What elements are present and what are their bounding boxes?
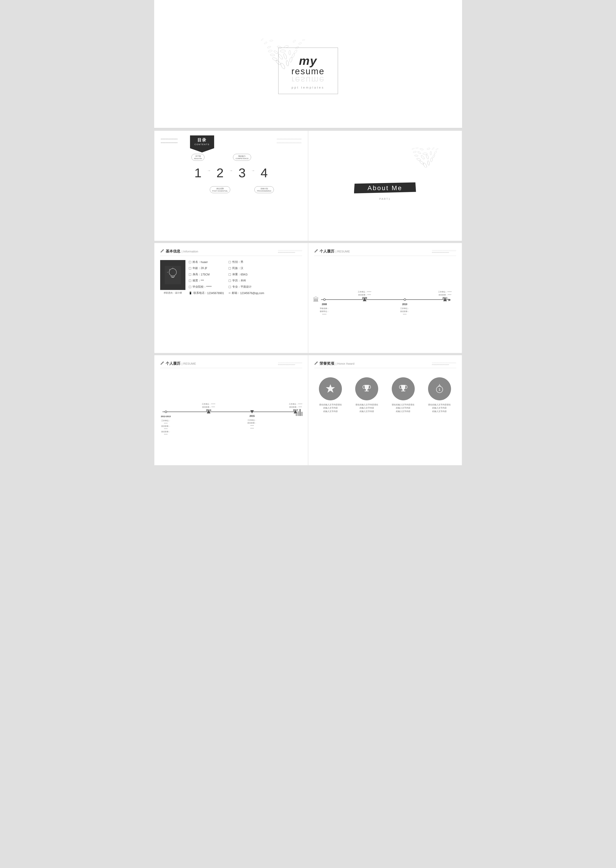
timeline-arrow-1: ▶ (448, 298, 451, 301)
dot-2010 (404, 298, 406, 301)
resume-title-cn-1: 个人履历 (320, 249, 334, 254)
svg-point-11 (273, 50, 278, 54)
resume-title-en-2: | RESUME (182, 362, 196, 365)
edu-value: ***** (206, 285, 212, 288)
svg-point-43 (427, 148, 430, 150)
num-4: 4 (261, 167, 268, 180)
tl2-item-2014: 工作单位：******担任职务：***** 2014 (207, 410, 211, 413)
profile-photo (160, 260, 185, 290)
info-height-row: 身高： 175CM (189, 273, 224, 276)
email-label: 邮箱： (232, 291, 240, 295)
basic-info-title-cn: 基本信息 (166, 249, 181, 254)
info-nation-row: 民族： 汉 (229, 266, 264, 270)
svg-point-42 (420, 148, 423, 150)
svg-point-41 (432, 147, 434, 150)
cover-box: my resume resume ppt templates (278, 47, 338, 94)
svg-point-34 (434, 151, 437, 154)
svg-point-39 (435, 148, 438, 150)
year-2008: 2008 (322, 303, 327, 306)
year-2009: 2009 (362, 297, 367, 299)
about-me-text: About Me (368, 184, 402, 192)
info-2008: 学校名称：获得学位：****** (320, 307, 329, 316)
about-me-brush-area: About Me PART1 (353, 181, 417, 200)
height-label: 身高： (193, 273, 201, 276)
svg-point-36 (430, 151, 432, 155)
weight-label: 体重： (232, 273, 240, 276)
gender-value: 男 (240, 260, 243, 264)
bubble-3: 我的能力COMPETENCE (233, 154, 251, 161)
award-text-3: 请在此输入文字内容请在此输入文字内容此输入文字内容 (392, 403, 415, 413)
nation-label: 民族： (232, 266, 240, 270)
height-value: 175CM (201, 273, 210, 276)
age-label: 年龄： (193, 266, 201, 270)
info-columns: 姓名： huaer 年龄： 28 岁 身高： 175CM (189, 260, 302, 297)
info-2010: 工作单位：担任职务：***** (400, 307, 409, 316)
svg-point-26 (427, 161, 430, 165)
info-major-row: 专业： 平面设计 (229, 285, 264, 289)
svg-rect-53 (299, 409, 301, 416)
year-2014: 2014 (206, 409, 211, 411)
info-2009-above: 工作单位：******担任职务：***** (358, 291, 371, 297)
svg-point-35 (417, 151, 421, 154)
major-label: 专业： (232, 285, 240, 289)
year-2012: 2012-2013 (161, 415, 171, 417)
name-label: 姓名： (193, 260, 201, 264)
basic-info-panel: 基本信息 | Information ◇◇◇◇◇◇◇◇◇◇◇◇◇◇◇◇◇◇◇◇◇… (154, 243, 308, 353)
arrow-2: → (229, 169, 233, 173)
timeline-2: ▶ 2012-2013 工作单位：*****担任职务：*****担任职务：***… (160, 386, 302, 437)
arrow-1: → (207, 169, 211, 173)
checkbox-weight (229, 273, 231, 276)
award-1: 请在此输入文字内容请在此输入文字内容此输入文字内容 (319, 377, 342, 413)
phone-value: 12345678901 (207, 291, 224, 295)
resume-deco-1: ◇◇◇◇◇◇◇◇◇◇◇◇◇◇◇◇◇◇◇◇◇♦♦♦♦♦♦♦♦♦♦♦♦♦♦♦♦♦♦♦… (432, 250, 456, 253)
svg-point-29 (414, 155, 418, 156)
email-value: 12345676@qq.com (240, 291, 264, 295)
checkbox-gender (229, 261, 231, 263)
svg-point-3 (272, 57, 277, 61)
svg-rect-56 (366, 389, 368, 391)
about-me-leaf-deco (407, 140, 443, 169)
honor-panel: 荣誉奖项 | Honor Award ◇◇◇◇◇◇◇◇◇◇◇◇◇◇◇◇◇◇◇◇◇… (308, 355, 462, 465)
svg-rect-54 (301, 412, 303, 416)
honor-title-cn: 荣誉奖项 (320, 361, 334, 366)
award-circle-1 (319, 377, 342, 400)
basic-info-deco: ◇◇◇◇◇◇◇◇◇◇◇◇◇◇◇◇◇◇◇◇◇♦♦♦♦♦♦♦♦♦♦♦♦♦♦♦♦♦♦♦… (278, 250, 302, 253)
info-name-row: 姓名： huaer (189, 260, 224, 264)
major-value: 平面设计 (240, 285, 251, 289)
svg-text:1: 1 (438, 388, 440, 391)
award-text-4: 请在此输入文字内容请在此输入文字内容此输入文字内容 (428, 403, 451, 413)
award-circle-4: 1 (428, 377, 451, 400)
resume-deco-2: ◇◇◇◇◇◇◇◇◇◇◇◇◇◇◇◇◇◇◇◇◇♦♦♦♦♦♦♦♦♦♦♦♦♦♦♦♦♦♦♦… (278, 362, 302, 365)
info-content: 求职意向：设计师 姓名： huaer 年龄： 28 岁 (160, 260, 302, 297)
award-circle-2 (355, 377, 378, 400)
brush-container: About Me (353, 181, 417, 196)
svg-point-31 (421, 155, 425, 159)
age-value: 28 岁 (201, 266, 207, 270)
slide-cover: my resume resume ppt templates (154, 0, 462, 129)
svg-point-20 (261, 38, 264, 41)
checkbox-name (189, 261, 191, 263)
info-2014-above: 工作单位：******担任职务：***** (202, 403, 215, 409)
award-circle-3 (392, 377, 415, 400)
svg-point-38 (412, 148, 415, 150)
svg-marker-55 (326, 384, 335, 393)
pencil-icon-resume1 (314, 249, 318, 254)
svg-point-21 (302, 39, 305, 41)
svg-point-23 (292, 40, 296, 43)
about-me-part: PART1 (379, 197, 391, 200)
gender-label: 性别： (232, 260, 240, 264)
edu-label: 毕业院校： (193, 285, 206, 289)
tl1-item-2009: 工作单位：******担任职务：***** 2009 (363, 298, 366, 301)
dot-2012 (165, 411, 167, 413)
award-2: 请在此输入文字内容请在此输入文字内容此输入文字内容 (355, 377, 378, 413)
contents-items: 关于我About Me 1 → 岗位优势POST ESSENTIAL 2 → 我… (160, 167, 302, 180)
checkbox-age (189, 267, 191, 269)
svg-point-25 (419, 161, 424, 165)
year-2017: 2017 (293, 409, 298, 411)
hometown-value: *** (201, 279, 204, 282)
info-age-row: 年龄： 28 岁 (189, 266, 224, 270)
timeline-line-2 (162, 411, 295, 412)
year-2011: 2011 (442, 297, 447, 299)
tl2-item-2012: 2012-2013 工作单位：*****担任职务：*****担任职务：***** (165, 411, 167, 413)
phone-icon: 📱 (189, 291, 192, 295)
